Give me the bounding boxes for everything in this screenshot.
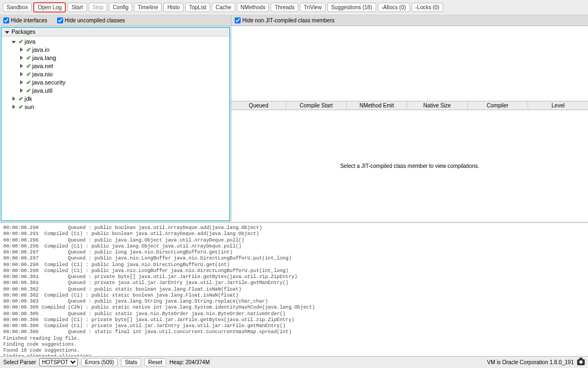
members-list[interactable] [231,26,588,101]
vm-label: VM is Oracle Corporation 1.8.0_191 [487,359,574,365]
right-filter-bar: Hide non JIT-compiled class members [231,15,588,26]
start-button[interactable]: Start [68,3,87,12]
column-header[interactable]: Level [528,101,588,110]
tree-node-label: sun [24,104,34,110]
column-header[interactable]: Compile Start [286,101,347,110]
tree-node-label: java.lang [32,55,56,61]
tree-header[interactable]: Packages [2,28,229,37]
compilation-detail: Select a JIT-compiled class member to vi… [231,110,588,222]
tree-header-label: Packages [11,29,35,35]
tree-node-label: java.io [32,46,50,53]
column-header[interactable]: Compiler [468,101,528,110]
check-icon: ✔ [19,38,23,45]
tree-node-label: java [24,38,35,45]
tree-node-label: java.nio [32,71,53,77]
tree-node[interactable]: ✔java.nio [4,70,227,79]
toplist-button[interactable]: TopList [185,3,210,12]
sandbox-button[interactable]: Sandbox [3,3,32,12]
tree-node[interactable]: ✔java.lang [4,54,227,62]
column-header[interactable]: Native Size [407,101,468,110]
tree-node-label: java.util [32,87,52,94]
parser-select[interactable]: HOTSPOT [39,358,78,366]
column-header[interactable]: NMethod Emit [347,101,407,110]
chevron-right-icon [19,80,23,86]
histo-button[interactable]: Histo [163,3,183,12]
status-bar: Select Parser HOTSPOT Errors (509) Stats… [0,356,588,368]
check-icon: ✔ [19,95,23,102]
nmethods-button[interactable]: NMethods [237,3,270,12]
hide-non-jit-checkbox[interactable]: Hide non JIT-compiled class members [235,17,335,23]
chevron-right-icon [11,105,16,110]
chevron-down-icon [11,39,16,45]
config-button[interactable]: Config [109,3,132,12]
timeline-button[interactable]: Timeline [134,3,162,12]
allocs-button[interactable]: -Allocs (0) [378,3,410,12]
stats-button[interactable]: Stats [121,358,141,366]
chevron-right-icon [19,47,23,53]
tree-node[interactable]: ✔java.security [4,79,227,87]
check-icon: ✔ [19,104,23,110]
chevron-right-icon [19,56,23,61]
hide-uncompiled-checkbox[interactable]: Hide uncompiled classes [57,17,125,23]
check-icon: ✔ [26,87,31,94]
tree-node[interactable]: ✔java.util [4,87,227,95]
tree-node-java[interactable]: ✔java [4,38,227,46]
tree-node[interactable]: ✔jdk [4,95,227,103]
tree-node-label: jdk [24,95,32,102]
hide-interfaces-checkbox[interactable]: Hide interfaces [3,17,47,23]
cache-button[interactable]: Cache [212,3,235,12]
locks-button[interactable]: -Locks (0) [412,3,443,12]
hide-non-jit-label: Hide non JIT-compiled class members [242,17,335,23]
tree-node[interactable]: ✔java.net [4,62,227,70]
chevron-right-icon [19,88,23,94]
chevron-right-icon [11,96,16,102]
select-parser-label: Select Parser [3,359,36,365]
camera-icon[interactable] [577,359,585,365]
left-filter-bar: Hide interfaces Hide uncompiled classes [0,15,231,26]
suggestions-button[interactable]: Suggestions (18) [327,3,376,12]
compilation-columns: QueuedCompile StartNMethod EmitNative Si… [231,101,588,110]
chevron-right-icon [19,72,23,77]
open-log-button[interactable]: Open Log [33,2,66,13]
column-header[interactable]: Queued [231,101,286,110]
stop-button[interactable]: Stop [89,3,108,12]
check-icon: ✔ [26,55,31,61]
members-pane: Hide non JIT-compiled class members Queu… [231,15,588,222]
packages-pane: Hide interfaces Hide uncompiled classes … [0,15,231,222]
detail-placeholder-text: Select a JIT-compiled class member to vi… [340,163,480,169]
threads-button[interactable]: Threads [271,3,298,12]
hide-uncompiled-label: Hide uncompiled classes [65,17,125,23]
heap-label: Heap: 204/374M [169,359,210,365]
main-content: Hide interfaces Hide uncompiled classes … [0,15,588,222]
check-icon: ✔ [26,79,31,86]
hide-interfaces-label: Hide interfaces [11,17,47,23]
tree-node[interactable]: ✔java.io [4,46,227,54]
tree-node[interactable]: ✔sun [4,103,227,111]
disclosure-down-icon [5,31,9,34]
reset-button[interactable]: Reset [144,358,166,366]
tree-node-label: java.net [32,63,53,69]
chevron-right-icon [19,64,23,69]
main-toolbar: Sandbox Open Log Start Stop Config Timel… [0,0,588,15]
log-output[interactable]: 00:00:00.290 Queued : public boolean jav… [0,222,588,356]
packages-tree[interactable]: Packages ✔java ✔java.io ✔java.lang ✔java… [1,27,230,221]
check-icon: ✔ [26,63,31,69]
check-icon: ✔ [26,71,31,77]
tree-node-label: java.security [32,79,65,86]
errors-button[interactable]: Errors (509) [81,358,118,366]
check-icon: ✔ [26,46,31,53]
triview-button[interactable]: TriView [300,3,326,12]
